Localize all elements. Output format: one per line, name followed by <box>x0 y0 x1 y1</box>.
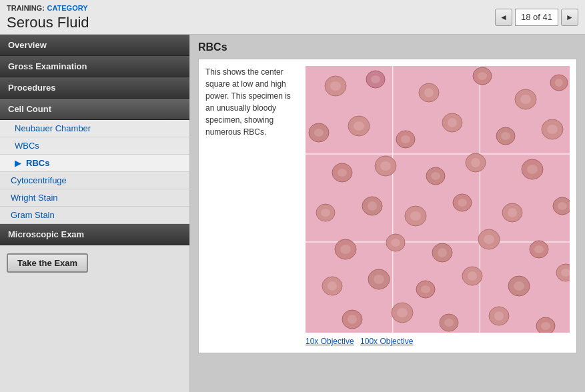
sidebar-item-rbcs[interactable]: ▶ RBCs <box>0 155 189 172</box>
training-label-line: TRAINING: CATEGORY <box>7 3 89 13</box>
active-arrow-icon: ▶ <box>15 159 21 168</box>
svg-point-34 <box>431 172 440 180</box>
svg-point-36 <box>471 158 480 167</box>
training-category: CATEGORY <box>47 4 87 12</box>
svg-point-60 <box>534 245 544 253</box>
svg-point-74 <box>348 315 357 324</box>
svg-point-44 <box>410 211 421 221</box>
page-counter: 18 of 41 <box>515 9 558 26</box>
svg-point-50 <box>558 202 567 210</box>
take-exam-button[interactable]: Take the Exam <box>7 253 88 273</box>
svg-point-28 <box>547 125 558 134</box>
svg-point-66 <box>421 285 430 293</box>
svg-point-16 <box>555 79 563 87</box>
image-links: 10x Objective 100x Objective <box>306 337 570 346</box>
content-area: RBCs This shows the center square at low… <box>190 35 585 392</box>
10x-objective-link[interactable]: 10x Objective <box>306 337 354 346</box>
page-title: Serous Fluid <box>7 14 89 31</box>
svg-point-62 <box>328 281 337 291</box>
header: TRAINING: CATEGORY Serous Fluid ◄ 18 of … <box>0 0 585 35</box>
sidebar-item-neubauer-chamber[interactable]: Neubauer Chamber <box>0 120 189 137</box>
svg-point-8 <box>371 75 380 83</box>
svg-point-82 <box>541 322 550 330</box>
content-description: This shows the center square at low and … <box>205 66 299 346</box>
100x-objective-link[interactable]: 100x Objective <box>360 337 413 346</box>
svg-point-12 <box>478 72 487 80</box>
content-title: RBCs <box>198 41 577 53</box>
sidebar-item-overview[interactable]: Overview <box>0 35 189 56</box>
svg-point-30 <box>338 169 347 177</box>
sidebar-item-wbcs[interactable]: WBCs <box>0 137 189 155</box>
rbc-microscopy-image <box>306 66 570 333</box>
sidebar-item-procedures[interactable]: Procedures <box>0 77 189 99</box>
sidebar-item-gram-stain[interactable]: Gram Stain <box>0 207 189 224</box>
svg-point-56 <box>438 248 447 257</box>
svg-point-58 <box>484 235 494 244</box>
svg-point-10 <box>424 88 434 97</box>
svg-point-70 <box>514 281 524 291</box>
svg-point-6 <box>330 81 341 91</box>
next-button[interactable]: ► <box>561 9 578 26</box>
svg-point-40 <box>321 209 330 217</box>
sidebar-item-microscopic-exam[interactable]: Microscopic Exam <box>0 224 189 245</box>
svg-point-76 <box>397 308 408 317</box>
svg-point-78 <box>444 319 454 327</box>
sidebar-item-gross-examination[interactable]: Gross Examination <box>0 56 189 77</box>
svg-point-80 <box>494 311 504 321</box>
prev-button[interactable]: ◄ <box>495 9 512 26</box>
svg-point-24 <box>448 118 457 127</box>
training-label: TRAINING: <box>7 4 45 12</box>
svg-point-26 <box>501 132 510 140</box>
svg-point-14 <box>520 95 531 104</box>
svg-point-48 <box>508 208 517 217</box>
svg-point-68 <box>468 271 477 281</box>
svg-point-38 <box>527 165 538 174</box>
svg-point-52 <box>340 245 351 254</box>
svg-point-32 <box>380 161 391 171</box>
svg-point-46 <box>458 199 467 207</box>
nav-controls: ◄ 18 of 41 ► <box>495 9 578 26</box>
svg-point-54 <box>391 239 400 247</box>
svg-point-64 <box>374 275 384 284</box>
svg-point-18 <box>314 129 324 137</box>
svg-point-22 <box>401 135 410 143</box>
content-card: This shows the center square at low and … <box>198 59 577 353</box>
sidebar-item-cell-count[interactable]: Cell Count <box>0 99 189 120</box>
sidebar-item-cytocentrifuge[interactable]: Cytocentrifuge <box>0 172 189 189</box>
svg-point-42 <box>368 201 377 211</box>
main-layout: Overview Gross Examination Procedures Ce… <box>0 35 585 392</box>
sidebar-item-wright-stain[interactable]: Wright Stain <box>0 189 189 207</box>
sidebar: Overview Gross Examination Procedures Ce… <box>0 35 190 392</box>
image-container: 10x Objective 100x Objective <box>306 66 570 346</box>
svg-point-20 <box>354 121 364 131</box>
header-left: TRAINING: CATEGORY Serous Fluid <box>7 3 89 31</box>
